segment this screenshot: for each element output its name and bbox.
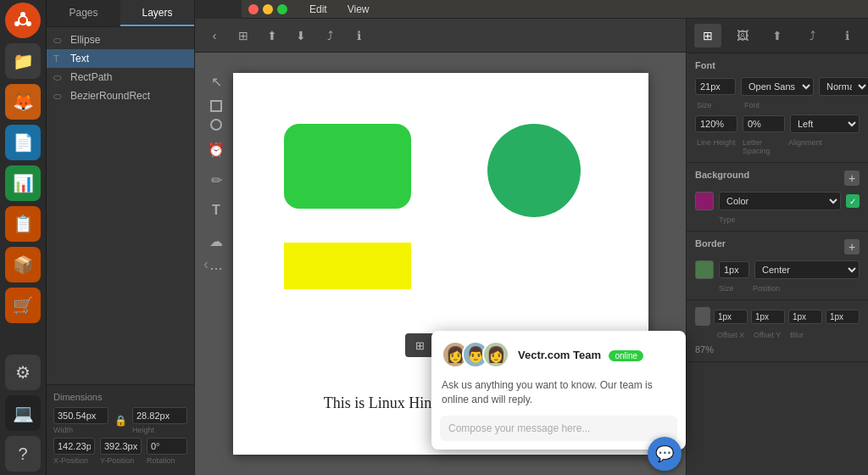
upload-icon[interactable]: ⬆ [259,24,285,48]
ubuntu-icon[interactable] [5,3,41,38]
toolbar: ‹ ⊞ ⬆ ⬇ ⤴ ℹ [195,19,686,53]
border-size-input[interactable] [719,261,749,278]
font-weight-select[interactable]: Normal [819,77,868,96]
close-button[interactable] [248,4,259,14]
tab-pages[interactable]: Pages [47,0,120,26]
background-visible-checkbox[interactable]: ✓ [846,194,860,208]
share-icon[interactable]: ⤴ [317,24,342,48]
grid-icon[interactable]: ⊞ [231,24,256,48]
green-circle-shape[interactable] [487,124,581,217]
settings-icon[interactable]: ⚙ [5,355,41,390]
right-panel-icons: ⊞ 🖼 ⬆ ⤴ ℹ [687,19,868,53]
font-section: Font Open Sans Normal Size Font Left Lin… [687,53,868,163]
rect-tool[interactable] [210,100,222,112]
layer-name-bezier: BezierRoundRect [70,90,150,102]
document-icon[interactable]: 📄 [5,125,41,160]
nav-back-arrow[interactable]: ‹ [203,255,209,273]
border-size-label: Size [719,284,749,293]
shadow-color-swatch[interactable] [695,307,710,326]
dimensions-panel: Dimensions Width 🔒 Height X-Position Y-P… [47,384,194,475]
text-size-btn[interactable]: ⊞ [409,336,431,355]
spread-label [826,331,860,339]
share-panel-icon[interactable]: ⤴ [798,24,826,48]
info-panel-icon[interactable]: ℹ [833,24,860,48]
presentation-icon[interactable]: 📋 [5,206,41,242]
x-position-input[interactable] [53,438,95,455]
chat-header: 👩 👨 👩 Vectr.com Team online [431,331,686,378]
layer-item-rectpath[interactable]: ⬭ RectPath [47,68,194,87]
border-section-title: Border [695,238,726,249]
shadow-spread-input[interactable] [826,310,860,324]
menu-edit[interactable]: Edit [304,2,332,17]
maximize-button[interactable] [277,4,287,14]
rotation-label: Rotation [147,456,187,465]
y-position-input[interactable] [100,438,142,455]
border-add-button[interactable]: + [844,239,860,254]
more-tools[interactable]: ··· [209,260,222,277]
minimize-button[interactable] [263,4,273,14]
height-input[interactable] [132,407,187,424]
cloud-tool[interactable]: ☁ [203,229,229,253]
rotation-input[interactable] [147,438,187,455]
ellipse-layer-icon: ⬭ [53,35,65,46]
right-panel: ⊞ 🖼 ⬆ ⤴ ℹ Font Open Sans Normal Size Fon… [686,19,868,475]
pen-tool[interactable]: ✏ [203,168,229,192]
store-icon[interactable]: 🛒 [5,288,41,323]
terminal-icon[interactable]: 💻 [5,395,41,431]
image-panel-icon[interactable]: 🖼 [729,24,756,48]
chat-input[interactable]: Compose your message here... [440,416,677,441]
lock-icon[interactable]: 🔒 [114,407,127,434]
package-icon[interactable]: 📦 [5,247,41,282]
font-section-title: Font [695,60,860,70]
help-icon[interactable]: ? [5,436,41,472]
shadow-opacity: 87% [695,344,860,355]
back-arrow-button[interactable]: ‹ [202,24,227,48]
tab-layers[interactable]: Layers [120,0,194,26]
shadow-blur-input[interactable] [788,310,822,324]
text-tool[interactable]: T [203,198,229,222]
export-panel-icon[interactable]: ⬆ [764,24,791,48]
weight-label [809,101,860,109]
line-height-input[interactable] [695,115,737,132]
alignment-label: Alignment [788,138,860,155]
shadow-section: Offset X Offset Y Blur 87% [687,300,868,362]
chat-widget: 👩 👨 👩 Vectr.com Team online Ask us anyth… [431,331,686,450]
move-tool[interactable]: ↖ [203,70,229,93]
green-rect-shape[interactable] [284,124,411,209]
width-label: Width [53,426,108,434]
export-icon[interactable]: ⬇ [288,24,314,48]
background-type-select[interactable]: Color [719,192,841,210]
ellipse-tool[interactable] [210,119,222,131]
yellow-rect-shape[interactable] [284,243,411,289]
font-size-input[interactable] [695,78,736,95]
menubar: Edit View ⇅ EN 🔊 08:22 [242,0,868,19]
background-color-swatch[interactable] [695,192,714,210]
rectpath-layer-icon: ⬭ [53,72,65,83]
grid-panel-icon[interactable]: ⊞ [694,24,721,48]
shadow-offset-y-input[interactable] [751,310,785,324]
background-add-button[interactable]: + [844,170,860,186]
left-dock: 📁 🦊 📄 📊 📋 📦 🛒 ⚙ 💻 ? [0,0,47,475]
layer-name-ellipse: Ellipse [70,34,100,46]
files-icon[interactable]: 📁 [5,43,41,79]
firefox-icon[interactable]: 🦊 [5,84,41,120]
layer-item-ellipse[interactable]: ⬭ Ellipse [47,31,194,49]
info-icon[interactable]: ℹ [346,24,371,48]
text-align-select[interactable]: Left [790,115,860,133]
text-layer-icon: T [53,53,65,64]
border-color-swatch[interactable] [695,260,714,279]
height-label: Height [132,426,187,434]
layer-item-bezier[interactable]: ⬭ BezierRoundRect [47,87,194,105]
layer-item-text[interactable]: T Text [47,49,194,68]
font-family-select[interactable]: Open Sans [741,77,814,96]
border-position-select[interactable]: Center [754,260,860,279]
shadow-offset-x-input[interactable] [714,310,748,324]
menu-view[interactable]: View [342,2,375,17]
alarm-tool[interactable]: ⏰ [203,137,229,161]
spreadsheet-icon[interactable]: 📊 [5,165,41,201]
letter-spacing-input[interactable] [743,115,785,132]
width-input[interactable] [53,407,108,424]
chat-info: Vectr.com Team online [518,349,676,361]
chat-bubble-button[interactable]: 💬 [648,437,682,471]
font-label: Font [741,101,805,109]
